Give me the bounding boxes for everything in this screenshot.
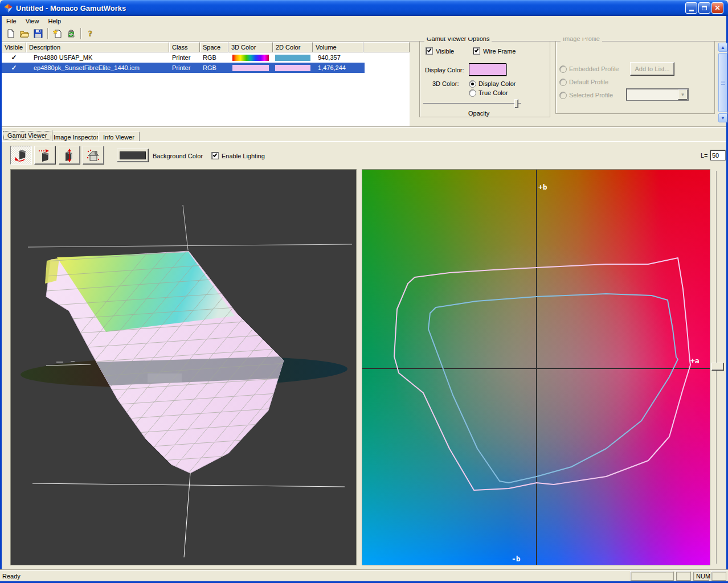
column-header-volume[interactable]: Volume [313, 42, 363, 52]
display-color-label: Display Color: [425, 67, 464, 73]
save-button[interactable] [31, 27, 45, 40]
column-header-2d-color[interactable]: 2D Color [273, 42, 313, 52]
default-profile-label: Default Profile [569, 79, 608, 85]
toolbar-separator [47, 28, 48, 39]
neutral-center-overlay [391, 244, 676, 483]
embedded-profile-radio[interactable] [559, 65, 567, 73]
3d-color-swatch[interactable] [232, 55, 269, 61]
help-icon: ? [86, 29, 95, 38]
status-bar: Ready NUM [0, 569, 728, 581]
profile-description: ep4880pk_SunsetFibreElite_1440.icm [26, 64, 169, 71]
visible-label: Visible [436, 48, 454, 55]
scroll-down-button[interactable]: ▼ [718, 113, 727, 122]
gamut-3d-view[interactable] [10, 169, 357, 565]
l-value-input[interactable] [710, 150, 726, 161]
3d-color-swatch[interactable] [232, 65, 269, 71]
2d-color-swatch[interactable] [275, 65, 310, 71]
close-button[interactable]: ✕ [711, 2, 723, 14]
column-header-description[interactable]: Description [26, 42, 169, 52]
gamut-2d-view[interactable]: +b +a -b [362, 169, 710, 565]
check-icon [213, 153, 218, 157]
table-row[interactable]: ✓ Pro4880 USFAP_MK Printer RGB 940,357 [2, 52, 410, 63]
restore-icon [702, 6, 707, 10]
enable-lighting-checkbox[interactable] [211, 152, 219, 159]
profile-combo-box[interactable]: ▼ [626, 88, 689, 101]
combo-arrow-icon[interactable]: ▼ [678, 89, 688, 100]
column-header-space[interactable]: Space [200, 42, 228, 52]
status-pane-num: NUM [693, 572, 709, 581]
wireframe-label: Wire Frame [483, 48, 516, 55]
background-color-label: Background Color [153, 153, 203, 159]
opacity-slider-track[interactable] [423, 103, 521, 104]
minimize-icon [689, 10, 694, 11]
gamut-viewer-options-group: Gamut Viewer Options Visible Wire Frame … [419, 41, 550, 117]
package-refresh-button[interactable] [64, 27, 78, 40]
pan-view-icon [38, 148, 52, 163]
true-color-radio-label: True Color [478, 89, 508, 96]
tab-gamut-viewer[interactable]: Gamut Viewer [2, 130, 52, 141]
table-row-selected[interactable]: ✓ ep4880pk_SunsetFibreElite_1440.icm Pri… [2, 63, 410, 73]
new-document-button[interactable] [4, 27, 18, 40]
menu-bar: File View Help [2, 16, 726, 26]
menu-view[interactable]: View [21, 17, 44, 26]
profile-description: Pro4880 USFAP_MK [26, 54, 169, 61]
package-refresh-icon [67, 29, 76, 38]
menu-file[interactable]: File [2, 17, 21, 26]
l-value-label: L= [701, 152, 708, 159]
selected-profile-label: Selected Profile [569, 92, 613, 98]
display-color-swatch[interactable] [469, 63, 506, 76]
embedded-profile-label: Embedded Profile [569, 65, 619, 72]
open-folder-icon [20, 29, 30, 38]
check-icon [427, 48, 432, 52]
zoom-view-button[interactable] [59, 146, 80, 165]
column-header-visible[interactable]: Visible [2, 42, 26, 52]
home-view-icon [86, 148, 101, 163]
help-button[interactable]: ? [84, 27, 97, 40]
status-pane [631, 572, 674, 581]
display-color-radio[interactable] [469, 80, 476, 88]
background-color-swatch [120, 151, 146, 159]
tab-image-inspector[interactable]: Image Inspector [48, 132, 104, 141]
wireframe-checkbox[interactable] [473, 47, 480, 55]
scroll-up-button[interactable]: ▲ [718, 43, 727, 52]
column-header-empty[interactable] [363, 42, 410, 52]
status-pane [711, 572, 726, 581]
open-button[interactable] [18, 27, 31, 40]
tab-page-edge [2, 141, 726, 142]
column-header-class[interactable]: Class [169, 42, 200, 52]
profile-volume: 940,357 [313, 54, 363, 61]
rotate-view-button[interactable] [10, 146, 32, 165]
opacity-slider-thumb[interactable] [514, 99, 518, 108]
background-color-button[interactable] [117, 149, 149, 162]
pan-view-button[interactable] [34, 146, 56, 165]
visible-checkmark[interactable]: ✓ [2, 54, 26, 61]
visible-checkbox[interactable] [426, 47, 433, 55]
true-color-radio[interactable] [469, 89, 476, 97]
profile-volume: 1,476,244 [313, 64, 363, 71]
tab-info-viewer[interactable]: Info Viewer [98, 132, 140, 141]
2d-color-swatch[interactable] [275, 55, 310, 61]
restore-button[interactable] [698, 2, 710, 14]
new-profile-button[interactable] [51, 27, 64, 40]
add-to-list-button[interactable]: Add to List... [630, 62, 674, 76]
menu-help[interactable]: Help [43, 17, 66, 26]
l-slider-thumb[interactable] [711, 363, 724, 371]
slice-label-ghost [148, 373, 182, 383]
visible-checkmark[interactable]: ✓ [2, 64, 26, 72]
scrollbar-thumb[interactable] [718, 53, 727, 112]
opacity-label: Opacity [468, 110, 489, 117]
selected-profile-radio[interactable] [559, 92, 567, 99]
rotate-view-icon [14, 148, 28, 163]
toolbar-separator [80, 28, 81, 39]
display-color-radio-label: Display Color [478, 80, 516, 87]
minimize-button[interactable] [685, 2, 697, 14]
home-view-button[interactable] [83, 146, 104, 165]
image-profile-group: Image Profile Embedded Profile Add to Li… [555, 41, 715, 114]
axis-label-minus-b: -b [512, 555, 521, 563]
profile-list-header: Visible Description Class Space 3D Color… [2, 42, 410, 52]
options-panel: Gamut Viewer Options Visible Wire Frame … [412, 38, 717, 126]
column-header-3d-color[interactable]: 3D Color [228, 42, 273, 52]
profile-class: Printer [169, 64, 200, 71]
default-profile-radio[interactable] [559, 79, 567, 86]
profile-space: RGB [200, 64, 228, 71]
